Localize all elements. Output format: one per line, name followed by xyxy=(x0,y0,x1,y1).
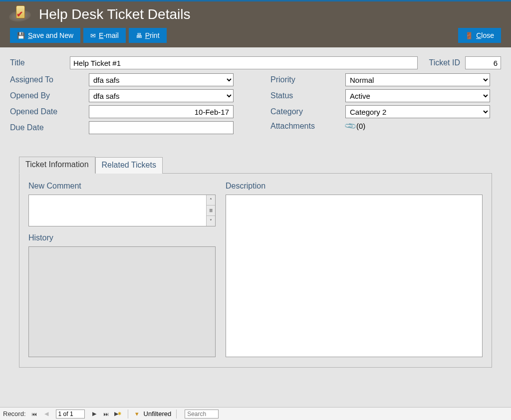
new-comment-label: New Comment xyxy=(28,182,216,191)
assigned-to-select[interactable]: dfa safs xyxy=(89,73,234,86)
attachments-value[interactable]: 📎 (0) xyxy=(345,121,365,131)
nav-next-icon[interactable]: ▶ xyxy=(90,410,99,419)
filter-icon[interactable]: ▾ xyxy=(135,410,139,418)
close-door-icon: 🚪 xyxy=(465,32,473,39)
opened-date-input[interactable] xyxy=(89,105,234,118)
new-comment-textarea[interactable] xyxy=(28,195,216,226)
print-icon: 🖶 xyxy=(136,32,142,39)
history-label: History xyxy=(28,233,216,242)
ticket-id-value xyxy=(465,56,501,69)
history-box xyxy=(28,246,216,357)
priority-label: Priority xyxy=(270,75,340,84)
comment-scroll-grip-icon[interactable]: ≡ xyxy=(207,206,215,216)
title-input[interactable] xyxy=(70,56,418,69)
description-label: Description xyxy=(226,182,483,191)
record-navigation-bar: Record: ⏮ ◀ ▶ ⏭ ▶✷ ▾ Unfiltered xyxy=(0,407,511,420)
tab-related-tickets[interactable]: Related Tickets xyxy=(95,157,163,174)
opened-date-label: Opened Date xyxy=(10,107,84,116)
paperclip-icon: 📎 xyxy=(343,119,357,133)
title-label: Title xyxy=(10,58,65,67)
comment-scroll-up-icon[interactable]: ˄ xyxy=(207,195,215,206)
nav-prev-icon[interactable]: ◀ xyxy=(42,410,51,419)
category-label: Category xyxy=(270,107,340,116)
description-box[interactable] xyxy=(226,195,483,357)
attachments-label: Attachments xyxy=(270,122,340,131)
priority-select[interactable]: Normal xyxy=(345,73,490,86)
record-position-input[interactable] xyxy=(56,410,85,419)
record-label: Record: xyxy=(3,410,26,418)
app-logo-icon: ✔ xyxy=(9,5,31,23)
due-date-input[interactable] xyxy=(89,121,234,134)
comment-scroll-down-icon[interactable]: ˅ xyxy=(207,216,215,226)
due-date-label: Due Date xyxy=(10,123,84,132)
attachments-count: (0) xyxy=(356,122,365,130)
nav-new-record-icon[interactable]: ▶✷ xyxy=(114,410,123,419)
close-button[interactable]: 🚪 CloseClose xyxy=(458,28,501,43)
page-title: Help Desk Ticket Details xyxy=(39,6,190,22)
filter-status-label: Unfiltered xyxy=(144,410,172,418)
email-icon: ✉ xyxy=(90,32,96,39)
email-button[interactable]: ✉ E-mailE-mail xyxy=(83,28,126,43)
assigned-to-label: Assigned To xyxy=(10,75,84,84)
status-label: Status xyxy=(270,91,340,100)
opened-by-label: Opened By xyxy=(10,91,84,100)
save-icon: 💾 xyxy=(17,32,25,39)
save-and-new-button[interactable]: 💾 SSave and Newave and New xyxy=(10,28,80,43)
ticket-id-label: Ticket ID xyxy=(429,58,460,67)
record-search-input[interactable] xyxy=(185,410,219,419)
nav-last-icon[interactable]: ⏭ xyxy=(102,410,111,419)
opened-by-select[interactable]: dfa safs xyxy=(89,89,234,102)
print-button[interactable]: 🖶 PrintPrint xyxy=(129,28,167,43)
tab-ticket-information[interactable]: Ticket Information xyxy=(19,157,95,174)
category-select[interactable]: Category 2 xyxy=(345,105,490,118)
nav-first-icon[interactable]: ⏮ xyxy=(30,410,39,419)
status-select[interactable]: Active xyxy=(345,89,490,102)
